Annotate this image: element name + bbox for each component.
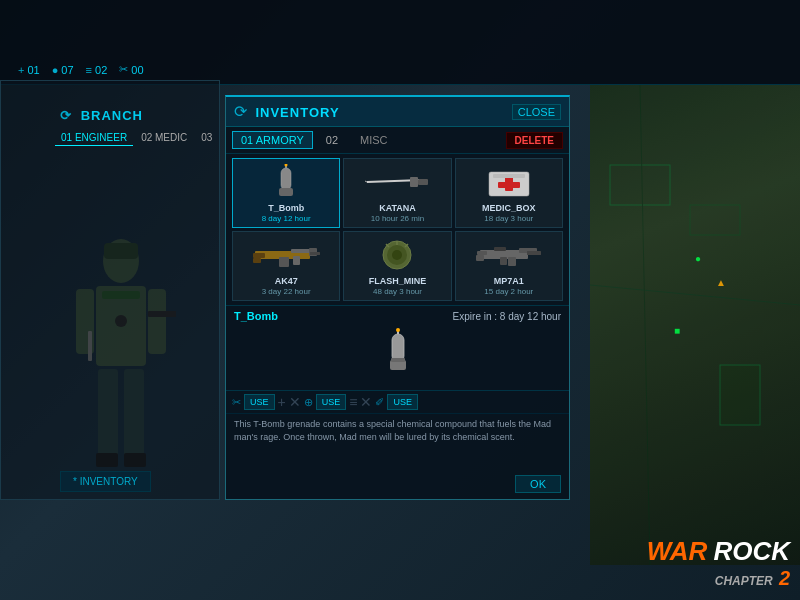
svg-rect-24 [418, 179, 428, 185]
close-button[interactable]: CLOSE [512, 104, 561, 120]
branch-icon: ⟳ [60, 108, 72, 123]
svg-point-16 [115, 315, 127, 327]
detail-expire: Expire in : 8 day 12 hour [453, 311, 561, 322]
svg-rect-11 [98, 369, 118, 459]
svg-rect-17 [88, 331, 92, 361]
item-mp7a1-time: 15 day 2 hour [484, 287, 533, 296]
svg-rect-1 [690, 205, 740, 235]
map-area: ▲ ■ ● [590, 85, 800, 565]
use-button-3[interactable]: USE [387, 394, 418, 410]
action-icon-2: ⊕ [304, 396, 313, 409]
svg-rect-18 [281, 168, 291, 190]
svg-rect-47 [477, 251, 487, 255]
inventory-header: ⟳ INVENTORY CLOSE [226, 97, 569, 127]
scissors-icon: ✂ [119, 63, 128, 76]
lines-icon: ≡ [86, 64, 92, 76]
svg-rect-51 [494, 247, 506, 251]
branch-tab-03[interactable]: 03 [195, 130, 218, 146]
branch-tabs[interactable]: 01 ENGINEER 02 MEDIC 03 [55, 130, 218, 146]
item-ak47[interactable]: AK47 3 day 22 hour [232, 231, 340, 301]
tab-armory[interactable]: 01 ARMORY [232, 131, 313, 149]
detail-item-name: T_Bomb [234, 310, 278, 322]
logo-war: WAR [647, 536, 708, 566]
action-row: ✂ USE + ✕ ⊕ USE ≡ ✕ ✐ USE [226, 390, 569, 413]
item-tbomb[interactable]: T_Bomb 8 day 12 hour [232, 158, 340, 228]
item-ak47-time: 3 day 22 hour [262, 287, 311, 296]
item-medicbox-name: MEDIC_BOX [482, 203, 536, 213]
flashmine-svg [372, 237, 422, 273]
svg-rect-9 [148, 289, 166, 354]
svg-rect-23 [410, 177, 418, 187]
description-text: This T-Bomb grenade contains a special c… [234, 418, 561, 443]
ok-button[interactable]: OK [515, 475, 561, 493]
svg-rect-46 [527, 251, 541, 255]
use-button-2[interactable]: USE [316, 394, 347, 410]
svg-rect-50 [500, 257, 507, 265]
logo-two: 2 [779, 567, 790, 589]
action-icon-1: ✂ [232, 396, 241, 409]
medicbox-svg [479, 164, 539, 200]
svg-rect-31 [291, 249, 311, 253]
action-sep-4: ✕ [360, 394, 372, 410]
action-icon-3: ✐ [375, 396, 384, 409]
hud-stat-1: + 01 [18, 64, 40, 76]
tab-02[interactable]: 02 [317, 131, 347, 149]
svg-rect-15 [102, 291, 140, 299]
item-tbomb-name: T_Bomb [268, 203, 304, 213]
item-flashmine-name: FLASH_MINE [369, 276, 427, 286]
branch-label: ⟳ BRANCH [60, 108, 143, 123]
branch-tab-medic[interactable]: 02 MEDIC [135, 130, 193, 146]
inventory-panel: ⟳ INVENTORY CLOSE 01 ARMORY 02 MISC DELE… [225, 95, 570, 500]
delete-button[interactable]: DELETE [506, 132, 563, 149]
svg-rect-14 [124, 453, 146, 467]
item-medicbox[interactable]: MEDIC_BOX 18 day 3 hour [455, 158, 563, 228]
inventory-detail: T_Bomb Expire in : 8 day 12 hour [226, 305, 569, 390]
hud-stat-3: ≡ 02 [86, 64, 108, 76]
logo-warrock: WAR ROCK [647, 537, 790, 566]
svg-rect-34 [253, 258, 261, 263]
svg-line-3 [640, 85, 650, 565]
inventory-tabs: 01 ARMORY 02 MISC DELETE [226, 127, 569, 154]
katana-svg [362, 164, 432, 200]
svg-rect-33 [253, 253, 265, 258]
mp7a1-svg [474, 237, 544, 273]
use-button-1[interactable]: USE [244, 394, 275, 410]
item-grid: T_Bomb 8 day 12 hour KATANA 10 hour 26 m… [226, 154, 569, 305]
detail-preview [234, 326, 561, 386]
svg-rect-56 [391, 358, 405, 362]
tbomb-svg [261, 164, 311, 200]
item-katana-name: KATANA [379, 203, 416, 213]
item-katana[interactable]: KATANA 10 hour 26 min [343, 158, 451, 228]
item-flashmine-img [362, 236, 432, 274]
item-flashmine-time: 48 day 3 hour [373, 287, 422, 296]
tab-misc[interactable]: MISC [351, 131, 397, 149]
svg-rect-48 [476, 255, 484, 261]
svg-rect-49 [508, 257, 516, 266]
hud-stat-4: ✂ 00 [119, 63, 143, 76]
hud-stat-2: ● 07 [52, 64, 74, 76]
svg-rect-0 [610, 165, 670, 205]
item-katana-img [362, 163, 432, 201]
hud-bar: + 01 ● 07 ≡ 02 ✂ 00 [0, 0, 800, 85]
item-tbomb-time: 8 day 12 hour [262, 214, 311, 223]
item-ak47-name: AK47 [275, 276, 298, 286]
inventory-bottom-button[interactable]: * INVENTORY [60, 471, 151, 492]
ak47-svg [251, 237, 321, 273]
circle-icon: ● [52, 64, 59, 76]
item-mp7a1[interactable]: MP7A1 15 day 2 hour [455, 231, 563, 301]
svg-rect-12 [124, 369, 144, 459]
detail-tbomb-svg [378, 328, 418, 384]
svg-point-55 [396, 328, 400, 332]
item-ak47-img [251, 236, 321, 274]
item-medicbox-time: 18 day 3 hour [484, 214, 533, 223]
svg-line-2 [590, 285, 800, 305]
svg-rect-28 [498, 182, 520, 188]
svg-rect-6 [104, 243, 138, 259]
svg-rect-37 [293, 256, 300, 265]
branch-tab-engineer[interactable]: 01 ENGINEER [55, 130, 133, 146]
item-mp7a1-img [474, 236, 544, 274]
item-medicbox-img [474, 163, 544, 201]
item-flashmine[interactable]: FLASH_MINE 48 day 3 hour [343, 231, 451, 301]
action-sep-2: ✕ [289, 394, 301, 410]
item-katana-time: 10 hour 26 min [371, 214, 424, 223]
